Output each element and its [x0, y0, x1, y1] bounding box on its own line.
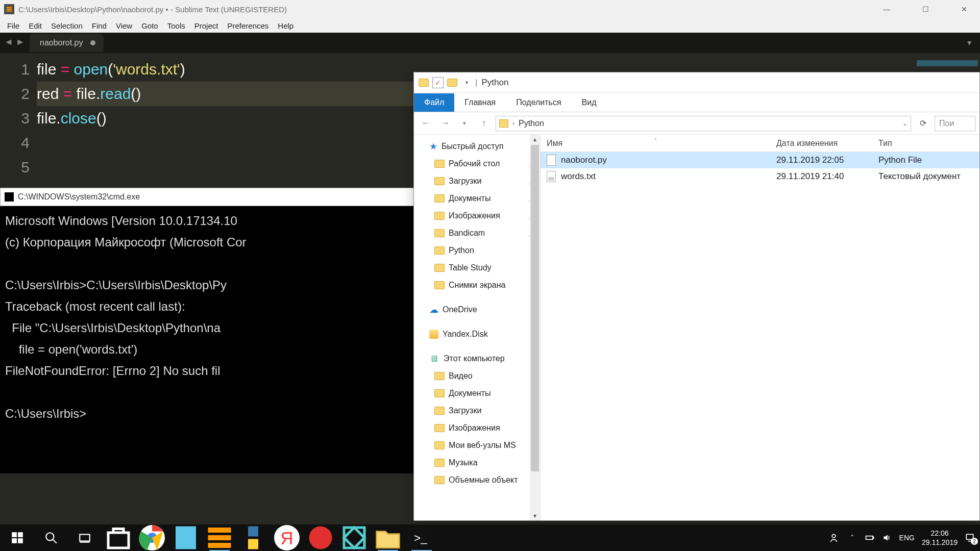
nav-recent-dropdown[interactable]: ▾ [457, 116, 472, 131]
nav-item[interactable]: Видео [414, 367, 540, 385]
clock[interactable]: 22:06 29.11.2019 [922, 529, 958, 547]
menu-preferences[interactable]: Preferences [223, 20, 273, 32]
taskbar-app-explorer[interactable] [373, 524, 403, 551]
explorer-window[interactable]: ✓ ▾ | Python Файл Главная Поделиться Вид… [413, 72, 980, 521]
nav-item[interactable]: Bandicam📌 [414, 224, 540, 242]
cmd-body[interactable]: Microsoft Windows [Version 10.0.17134.10… [0, 206, 419, 429]
scroll-down-icon[interactable]: ▾ [530, 512, 540, 519]
chevron-down-icon[interactable]: ⌄ [902, 120, 908, 127]
svg-point-7 [46, 533, 54, 540]
tab-naoborot[interactable]: naoborot.py [30, 34, 104, 52]
menu-selection[interactable]: Selection [47, 20, 87, 32]
nav-onedrive[interactable]: ☁OneDrive [414, 301, 540, 318]
explorer-body: ★Быстрый доступ Рабочий стол📌Загрузки📌До… [414, 135, 979, 520]
column-name[interactable]: Имя˄ [541, 139, 770, 148]
nav-item[interactable]: Снимки экрана [414, 277, 540, 294]
tab-overflow-icon[interactable]: ▼ [966, 39, 973, 47]
taskbar-app-chrome[interactable] [137, 524, 167, 551]
nav-item[interactable]: Изображения📌 [414, 207, 540, 224]
explorer-titlebar[interactable]: ✓ ▾ | Python [414, 72, 979, 93]
nav-scrollbar[interactable]: ▴ ▾ [530, 135, 540, 520]
nav-item[interactable]: Table Study [414, 259, 540, 277]
file-row[interactable]: naoborot.py29.11.2019 22:05Python File [541, 152, 979, 168]
file-row[interactable]: words.txt29.11.2019 21:40Текстовый докум… [541, 168, 979, 185]
battery-icon[interactable] [865, 533, 875, 543]
folder-icon [434, 246, 445, 255]
folder-icon [434, 264, 445, 272]
dropdown-icon[interactable]: ▾ [461, 77, 472, 88]
menu-edit[interactable]: Edit [24, 20, 46, 32]
sort-indicator-icon: ˄ [654, 138, 657, 143]
nav-item[interactable]: Музыка [414, 454, 540, 471]
folder-icon [434, 407, 445, 415]
taskbar-app-sublime[interactable] [204, 524, 235, 551]
menu-tools[interactable]: Tools [163, 20, 189, 32]
nav-this-pc[interactable]: 🖥Этот компьютер [414, 350, 540, 367]
nav-item[interactable]: Python [414, 242, 540, 259]
nav-item[interactable]: Загрузки📌 [414, 172, 540, 190]
tray-overflow-icon[interactable]: ˄ [847, 533, 857, 543]
nav-item[interactable]: Загрузки [414, 402, 540, 419]
ribbon-tab-share[interactable]: Поделиться [506, 93, 571, 112]
ribbon-tab-home[interactable]: Главная [454, 93, 506, 112]
ribbon-tab-file[interactable]: Файл [414, 93, 454, 112]
notification-center-icon[interactable]: 2 [965, 533, 975, 543]
language-indicator[interactable]: ENG [899, 534, 915, 542]
taskbar-app-store[interactable] [103, 524, 134, 551]
column-date[interactable]: Дата изменения [770, 139, 872, 148]
nav-item[interactable]: Документы [414, 385, 540, 402]
menu-project[interactable]: Project [190, 20, 223, 32]
nav-up-button[interactable]: ↑ [476, 116, 492, 131]
column-type[interactable]: Тип [872, 139, 979, 148]
nav-item[interactable]: Документы📌 [414, 190, 540, 207]
taskbar-app-record[interactable] [305, 524, 336, 551]
nav-quick-access[interactable]: ★Быстрый доступ [414, 138, 540, 155]
nav-forward-button[interactable]: → [437, 116, 453, 131]
start-button[interactable] [2, 524, 33, 551]
search-button[interactable] [36, 524, 66, 551]
people-icon[interactable] [830, 533, 840, 543]
menu-help[interactable]: Help [274, 20, 298, 32]
menu-view[interactable]: View [112, 20, 136, 32]
cmd-line: C:\Users\Irbis> [5, 407, 86, 420]
cmd-line: C:\Users\Irbis>C:\Users\Irbis\Desktop\Py [5, 278, 227, 292]
cmd-line: FileNotFoundError: [Errno 2] No such fil [5, 364, 220, 378]
refresh-button[interactable]: ⟳ [915, 116, 930, 131]
menu-file[interactable]: File [3, 20, 23, 32]
volume-icon[interactable] [882, 533, 892, 543]
cmd-titlebar[interactable]: C:\WINDOWS\system32\cmd.exe [0, 188, 419, 206]
taskbar-app-cmd[interactable]: >_ [406, 524, 437, 551]
nav-item[interactable]: Рабочий стол📌 [414, 155, 540, 172]
taskbar-app-notepad[interactable] [170, 524, 201, 551]
breadcrumb[interactable]: Python [519, 119, 544, 128]
minimap[interactable] [917, 60, 978, 66]
nav-item[interactable]: Мои веб-узлы MS [414, 437, 540, 454]
nav-item[interactable]: Изображения [414, 419, 540, 437]
close-button[interactable]: ✕ [952, 5, 976, 13]
line-gutter: 1 2 3 4 5 [0, 53, 37, 181]
scroll-up-icon[interactable]: ▴ [530, 136, 540, 143]
address-bar[interactable]: › Python ⌄ [496, 116, 911, 131]
taskbar-app-yandex[interactable]: Я [272, 524, 302, 551]
cmd-window[interactable]: C:\WINDOWS\system32\cmd.exe Microsoft Wi… [0, 188, 419, 473]
search-input[interactable]: Пои [935, 116, 975, 131]
minimize-button[interactable]: — [875, 5, 898, 13]
taskbar-app-generic[interactable] [339, 524, 370, 551]
nav-yandex-disk[interactable]: Yandex.Disk [414, 325, 540, 343]
nav-item[interactable]: Объемные объект [414, 471, 540, 489]
file-list-header[interactable]: Имя˄ Дата изменения Тип [541, 135, 979, 152]
maximize-button[interactable]: ☐ [914, 5, 937, 13]
task-view-button[interactable] [69, 524, 100, 551]
taskbar-app-python-idle[interactable] [238, 524, 268, 551]
ribbon-tab-view[interactable]: Вид [572, 93, 607, 112]
menu-find[interactable]: Find [88, 20, 111, 32]
tab-nav-arrows[interactable]: ◄ ► [4, 37, 25, 47]
svg-rect-2 [7, 10, 12, 11]
menu-goto[interactable]: Goto [137, 20, 162, 32]
checkbox-icon[interactable]: ✓ [432, 77, 444, 88]
sublime-tabbar: ◄ ► naoborot.py ▼ [0, 33, 980, 53]
navigation-pane[interactable]: ★Быстрый доступ Рабочий стол📌Загрузки📌До… [414, 135, 541, 520]
scroll-thumb[interactable] [531, 145, 539, 471]
nav-back-button[interactable]: ← [418, 116, 433, 131]
sublime-titlebar[interactable]: C:\Users\Irbis\Desktop\Python\naoborot.p… [0, 0, 980, 18]
